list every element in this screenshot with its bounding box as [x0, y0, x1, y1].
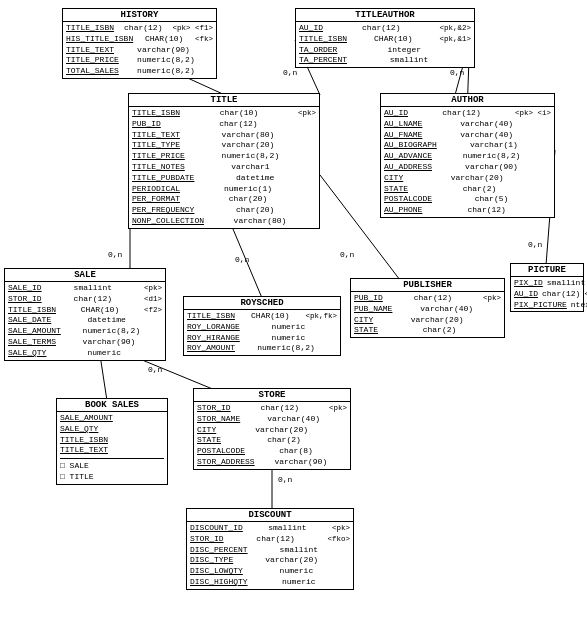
label-0n-title-pub: 0,n [340, 250, 354, 259]
disc-row-6: DISC_HIGHQTYnumeric [190, 577, 350, 588]
pic-row-2: AU_IDchar(12)<fk> [514, 289, 580, 300]
disc-row-4: DISC_TYPEvarchar(20) [190, 555, 350, 566]
pub-row-1: PUB_IDchar(12)<pk> [354, 293, 501, 304]
store-row-4: STATEchar(2) [197, 435, 347, 446]
ta-row-1: AU_IDchar(12)<pk,&2> [299, 23, 471, 34]
bs-row-4: TITLE_TEXT [60, 445, 164, 456]
history-row-5: TOTAL_SALESnumeric(8,2) [66, 66, 213, 77]
entity-booksales: BOOK SALES SALE_AMOUNT SALE_QTY TITLE_IS… [56, 398, 168, 485]
title-row-3: TITLE_TEXTvarchar(80) [132, 130, 316, 141]
pub-row-2: PUB_NAMEvarchar(40) [354, 304, 501, 315]
entity-store: STORE STOR_IDchar(12)<pk> STOR_NAMEvarch… [193, 388, 351, 470]
author-row-10: AU_PHONEchar(12) [384, 205, 551, 216]
history-row-2: HIS_TITLE_ISBNCHAR(10)<fk> [66, 34, 213, 45]
store-row-5: POSTALCODEchar(8) [197, 446, 347, 457]
label-0n-author-ta: 0,n [450, 68, 464, 77]
title-row-1: TITLE_ISBNchar(10)<pk> [132, 108, 316, 119]
entity-discount: DISCOUNT DISCOUNT_IDsmallint<pk> STOR_ID… [186, 508, 354, 590]
entity-history-body: TITLE_ISBNchar(12)<pk> <f1> HIS_TITLE_IS… [63, 22, 216, 78]
entity-history-title: HISTORY [63, 9, 216, 22]
sale-row-4: SALE_DATEdatetime [8, 315, 162, 326]
entity-sale-title: SALE [5, 269, 165, 282]
store-row-6: STOR_ADDRESSvarchar(90) [197, 457, 347, 468]
entity-booksales-title: BOOK SALES [57, 399, 167, 412]
pub-row-3: CITYvarchar(20) [354, 315, 501, 326]
title-row-5: TITLE_PRICEnumeric(8,2) [132, 151, 316, 162]
label-0n-store-disc: 0,n [278, 475, 292, 484]
entity-author-body: AU_IDchar(12)<pk> <i> AU_LNAMEvarchar(40… [381, 107, 554, 217]
roy-row-2: ROY_LORANGEnumeric [187, 322, 337, 333]
label-0n-author-pic: 0,n [528, 240, 542, 249]
title-row-4: TITLE_TYPEvarchar(20) [132, 140, 316, 151]
author-row-7: CITYvarchar(20) [384, 173, 551, 184]
entity-title: TITLE TITLE_ISBNchar(10)<pk> PUB_IDchar(… [128, 93, 320, 229]
author-row-5: AU_ADVANCEnumeric(8,2) [384, 151, 551, 162]
title-row-11: NONP_COLLECTIONvarchar(80) [132, 216, 316, 227]
disc-row-5: DISC_LOWQTYnumeric [190, 566, 350, 577]
entity-discount-body: DISCOUNT_IDsmallint<pk> STOR_IDchar(12)<… [187, 522, 353, 589]
store-row-1: STOR_IDchar(12)<pk> [197, 403, 347, 414]
title-row-2: PUB_IDchar(12) [132, 119, 316, 130]
title-row-8: PERIODICALnumeric(1) [132, 184, 316, 195]
history-row-4: TITLE_PRICEnumeric(8,2) [66, 55, 213, 66]
title-row-10: PER_FREQUENCYchar(20) [132, 205, 316, 216]
label-0n-title-roy: 0,n [235, 255, 249, 264]
disc-row-1: DISCOUNT_IDsmallint<pk> [190, 523, 350, 534]
entity-titleauthor-title: TITLEAUTHOR [296, 9, 474, 22]
author-row-8: STATEchar(2) [384, 184, 551, 195]
title-row-6: TITLE_NOTESvarchar1 [132, 162, 316, 173]
pic-row-1: PIX_IDsmallint<pk> [514, 278, 580, 289]
entity-picture-title: PICTURE [511, 264, 583, 277]
entity-roysched: ROYSCHED TITLE_ISBNCHAR(10)<pk,fk> ROY_L… [183, 296, 341, 356]
history-row-3: TITLE_TEXTvarchar(90) [66, 45, 213, 56]
bs-row-3: TITLE_ISBN [60, 435, 164, 446]
sale-row-6: SALE_TERMSvarchar(90) [8, 337, 162, 348]
bs-ref-2: □ TITLE [60, 472, 164, 483]
entity-store-title: STORE [194, 389, 350, 402]
entity-picture: PICTURE PIX_IDsmallint<pk> AU_IDchar(12)… [510, 263, 584, 312]
entity-title-body: TITLE_ISBNchar(10)<pk> PUB_IDchar(12) TI… [129, 107, 319, 228]
store-row-2: STOR_NAMEvarchar(40) [197, 414, 347, 425]
disc-row-2: STOR_IDchar(12)<fko> [190, 534, 350, 545]
entity-publisher-body: PUB_IDchar(12)<pk> PUB_NAMEvarchar(40) C… [351, 292, 504, 337]
entity-titleauthor-body: AU_IDchar(12)<pk,&2> TITLE_ISBNCHAR(10)<… [296, 22, 474, 67]
bs-ref-1: □ SALE [60, 461, 164, 472]
sale-row-1: SALE_IDsmallint<pk> [8, 283, 162, 294]
entity-roysched-title: ROYSCHED [184, 297, 340, 310]
roy-row-1: TITLE_ISBNCHAR(10)<pk,fk> [187, 311, 337, 322]
entity-history: HISTORY TITLE_ISBNchar(12)<pk> <f1> HIS_… [62, 8, 217, 79]
title-row-7: TITLE_PUBDATEdatetime [132, 173, 316, 184]
sale-row-2: STOR_IDchar(12)<d1> [8, 294, 162, 305]
ta-row-4: TA_PERCENTsmallint [299, 55, 471, 66]
bs-row-1: SALE_AMOUNT [60, 413, 164, 424]
entity-sale: SALE SALE_IDsmallint<pk> STOR_IDchar(12)… [4, 268, 166, 361]
sale-row-7: SALE_QTYnumeric [8, 348, 162, 359]
sale-row-3: TITLE_ISBNCHAR(10)<f2> [8, 305, 162, 316]
entity-store-body: STOR_IDchar(12)<pk> STOR_NAMEvarchar(40)… [194, 402, 350, 469]
history-row-1: TITLE_ISBNchar(12)<pk> <f1> [66, 23, 213, 34]
store-row-3: CITYvarchar(20) [197, 425, 347, 436]
author-row-2: AU_LNAMEvarchar(40) [384, 119, 551, 130]
author-row-6: AU_ADDRESSvarchar(90) [384, 162, 551, 173]
entity-roysched-body: TITLE_ISBNCHAR(10)<pk,fk> ROY_LORANGEnum… [184, 310, 340, 355]
ta-row-2: TITLE_ISBNCHAR(10)<pk,&1> [299, 34, 471, 45]
author-row-1: AU_IDchar(12)<pk> <i> [384, 108, 551, 119]
entity-discount-title: DISCOUNT [187, 509, 353, 522]
title-row-9: PER_FORMATchar(20) [132, 194, 316, 205]
ta-row-3: TA_ORDERinteger [299, 45, 471, 56]
entity-publisher: PUBLISHER PUB_IDchar(12)<pk> PUB_NAMEvar… [350, 278, 505, 338]
entity-author: AUTHOR AU_IDchar(12)<pk> <i> AU_LNAMEvar… [380, 93, 555, 218]
entity-title-title: TITLE [129, 94, 319, 107]
author-row-4: AU_BIOGRAPHvarchar(1) [384, 140, 551, 151]
entity-titleauthor: TITLEAUTHOR AU_IDchar(12)<pk,&2> TITLE_I… [295, 8, 475, 68]
sale-row-5: SALE_AMOUNTnumeric(8,2) [8, 326, 162, 337]
label-0n-titleauthor-title: 0,n [283, 68, 297, 77]
roy-row-4: ROY_AMOUNTnumeric(8,2) [187, 343, 337, 354]
bs-row-2: SALE_QTY [60, 424, 164, 435]
pub-row-4: STATEchar(2) [354, 325, 501, 336]
label-0n-title-sale: 0,n [108, 250, 122, 259]
diagram-container: 0,n 0,n 0,n 0,n 0,n 0,n 0,n 0,n 0,n HIST… [0, 0, 587, 620]
pic-row-3: PIX_PICTUREntext [514, 300, 580, 311]
entity-booksales-body: SALE_AMOUNT SALE_QTY TITLE_ISBN TITLE_TE… [57, 412, 167, 484]
entity-publisher-title: PUBLISHER [351, 279, 504, 292]
